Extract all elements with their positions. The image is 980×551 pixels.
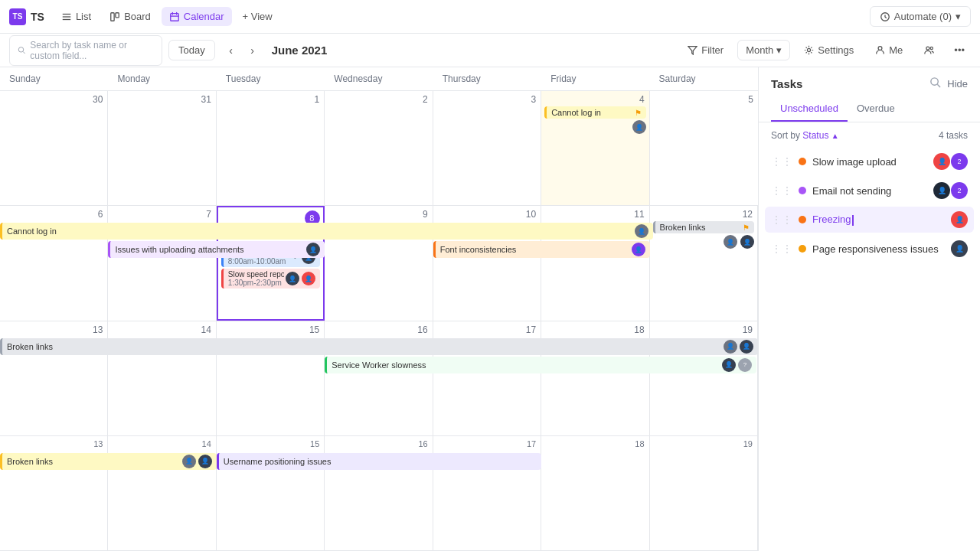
event-title: Broken links: [7, 342, 722, 351]
day-saturday: Saturday: [650, 67, 758, 90]
span-cannot-log-in[interactable]: Cannot log in 👤: [0, 223, 653, 240]
date-16: 16: [328, 324, 429, 335]
task-name-3: Freezing: [812, 214, 945, 226]
automate-btn[interactable]: Automate (0) ▾: [870, 6, 971, 27]
app-name: TS: [31, 11, 44, 23]
date-10: 10: [436, 209, 537, 220]
nav-calendar-btn[interactable]: Calendar: [162, 7, 232, 26]
date-18: 18: [544, 324, 645, 335]
chevron-down-icon: ▾: [956, 11, 961, 22]
date-1: 1: [220, 94, 321, 105]
nav-board-btn[interactable]: Board: [102, 7, 158, 26]
svg-point-14: [878, 47, 882, 51]
drag-handle[interactable]: ⋮⋮: [771, 155, 792, 168]
month-label: Month: [746, 44, 773, 56]
task-avatars-2: 👤 2: [933, 182, 968, 199]
month-view-btn[interactable]: Month ▾: [737, 40, 790, 60]
span-username-positioning[interactable]: Username positioning issues: [217, 453, 541, 470]
filter-btn[interactable]: Filter: [680, 41, 731, 60]
panel-search-icon[interactable]: [929, 77, 941, 90]
date-15: 15: [220, 324, 321, 335]
task-avatar-2b: 2: [951, 182, 968, 199]
task-name-2: Email not sending: [812, 185, 927, 197]
event-title: Cannot log in: [551, 108, 601, 117]
date-11: 11: [544, 209, 645, 220]
sort-field-link[interactable]: Status: [802, 130, 828, 141]
date-3: 3: [436, 94, 537, 105]
today-btn[interactable]: Today: [168, 40, 215, 60]
event-cannot-log-in-w1[interactable]: Cannot log in ⚑: [544, 106, 645, 119]
date-6: 6: [3, 209, 104, 220]
calendar-body: 30 31 1 2 3 4 Cannot log in: [0, 91, 758, 551]
month-title: June 2021: [272, 44, 328, 57]
users-btn[interactable]: [916, 41, 942, 59]
nav-list-btn[interactable]: List: [54, 7, 99, 26]
date-19: 19: [653, 324, 754, 335]
prev-month-btn[interactable]: ‹: [221, 41, 241, 60]
date-23: 16: [328, 439, 429, 448]
task-avatar-1b: 2: [951, 153, 968, 170]
add-view-btn[interactable]: + View: [235, 7, 280, 26]
cell-jun25[interactable]: 18: [541, 436, 649, 550]
task-list: ⋮⋮ Slow image upload 👤 2 ⋮⋮ Email not se…: [759, 145, 980, 265]
drag-handle-3[interactable]: ⋮⋮: [771, 214, 792, 226]
event-slow-speed[interactable]: Slow speed repo... 1:30pm-2:30pm 👤 👤: [221, 269, 320, 289]
date-2: 2: [328, 94, 429, 105]
span-upload-issues[interactable]: Issues with uploading attachments 👤: [108, 241, 325, 258]
day-friday: Friday: [541, 67, 649, 90]
task-avatars-3: 👤: [951, 211, 968, 228]
sort-bar: Sort by Status ▲ 4 tasks: [759, 122, 980, 145]
svg-rect-5: [171, 13, 179, 21]
add-view-label: + View: [243, 11, 273, 22]
sort-by-label: Sort by Status ▲: [771, 130, 839, 141]
event-title: Username positioning issues: [224, 457, 537, 466]
hide-panel-btn[interactable]: Hide: [947, 78, 968, 90]
day-monday: Monday: [108, 67, 216, 90]
span-service-worker[interactable]: Service Worker slowness 👤 ?: [325, 357, 756, 373]
task-status-dot-2: [799, 187, 806, 194]
drag-handle-2[interactable]: ⋮⋮: [771, 184, 792, 197]
span-broken-links-w3[interactable]: Broken links 👤 👤: [0, 338, 758, 355]
cell-jun3[interactable]: 3: [433, 91, 541, 205]
event-title: Service Worker slowness: [332, 360, 720, 370]
cell-jun5[interactable]: 5: [650, 91, 758, 205]
date-25: 18: [544, 439, 645, 448]
svg-line-11: [23, 51, 25, 54]
task-item-1[interactable]: ⋮⋮ Slow image upload 👤 2: [765, 148, 974, 174]
avatar-bly2: 👤: [198, 455, 212, 468]
day-thursday: Thursday: [433, 67, 541, 90]
event-title: Issues with uploading attachments: [115, 245, 305, 254]
task-avatar-3a: 👤: [951, 211, 968, 228]
cell-may31[interactable]: 31: [108, 91, 216, 205]
svg-rect-4: [116, 12, 119, 17]
automate-label: Automate (0): [894, 11, 952, 22]
cell-jun26[interactable]: 19: [650, 436, 758, 550]
cell-jun4[interactable]: 4 Cannot log in ⚑ 👤: [541, 91, 649, 205]
search-box[interactable]: Search by task name or custom field...: [9, 35, 162, 66]
avatar-bl1: 👤: [724, 340, 737, 354]
cell-jun2[interactable]: 2: [325, 91, 433, 205]
week-row-1: 30 31 1 2 3 4 Cannot log in: [0, 91, 758, 206]
tab-unscheduled[interactable]: Unscheduled: [771, 96, 848, 122]
date-5: 5: [653, 94, 755, 105]
span-broken-links-w4[interactable]: Broken links 👤 👤: [0, 453, 217, 470]
task-item-3[interactable]: ⋮⋮ Freezing 👤: [765, 207, 974, 233]
tab-overdue[interactable]: Overdue: [848, 96, 904, 122]
more-btn[interactable]: •••: [948, 41, 971, 60]
cell-may30[interactable]: 30: [0, 91, 108, 205]
drag-handle-4[interactable]: ⋮⋮: [771, 243, 792, 255]
day-sunday: Sunday: [0, 67, 108, 90]
flag-icon: ⚑: [635, 109, 642, 117]
task-item-4[interactable]: ⋮⋮ Page responsiveness issues 👤: [765, 236, 974, 262]
task-item-2[interactable]: ⋮⋮ Email not sending 👤 2: [765, 178, 974, 204]
date-26: 19: [653, 439, 754, 448]
week-row-4: 13 14 15 16 17 18 19: [0, 436, 758, 551]
me-btn[interactable]: Me: [867, 41, 910, 60]
next-month-btn[interactable]: ›: [243, 41, 263, 60]
event-title: Cannot log in: [7, 227, 635, 236]
cell-jun1[interactable]: 1: [217, 91, 325, 205]
panel-actions: Hide: [929, 77, 968, 90]
task-name-4: Page responsiveness issues: [812, 243, 945, 255]
span-font-inconsistencies[interactable]: Font inconsistencies 👤: [433, 241, 650, 258]
settings-btn[interactable]: Settings: [796, 41, 861, 60]
